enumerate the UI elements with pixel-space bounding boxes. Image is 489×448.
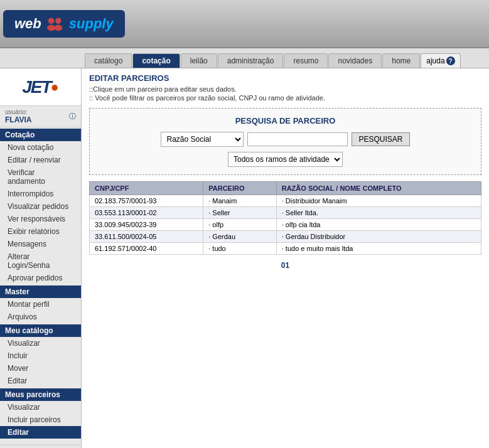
table-row[interactable]: 02.183.757/0001-93 · Manaim · Distribuid… <box>90 195 481 207</box>
tab-administracao[interactable]: administração <box>218 53 284 68</box>
sidebar-logo: JET ● <box>0 68 81 106</box>
cell-parceiro: · Manaim <box>203 195 277 207</box>
search-filter-select[interactable]: Razão Social CNPJ Ramo de Atividade <box>161 132 244 147</box>
cell-parceiro: · Seller <box>203 207 277 219</box>
header: web supply <box>0 0 489 48</box>
page-desc2: :: Você pode filtrar os parceiros por ra… <box>89 94 481 102</box>
sidebar: JET ● usuário: FLAVIA ⓘ Cotação Nova cot… <box>0 68 82 448</box>
search-input[interactable] <box>247 132 348 146</box>
cell-cnpj: 02.183.757/0001-93 <box>90 195 203 207</box>
search-container: PESQUISA DE PARCEIRO Razão Social CNPJ R… <box>89 108 481 175</box>
help-icon: ? <box>446 56 455 65</box>
section-meus-parceiros: Meus parceiros <box>0 388 81 401</box>
svg-point-0 <box>48 18 55 24</box>
cell-cnpj: 33.009.945/0023-39 <box>90 219 203 231</box>
cell-cnpj: 61.192.571/0002-40 <box>90 243 203 255</box>
user-section: usuário: FLAVIA ⓘ <box>0 106 81 127</box>
info-icon[interactable]: ⓘ <box>69 112 76 121</box>
logo-supply-text: supply <box>69 16 114 32</box>
sidebar-item-nova-cotacao[interactable]: Nova cotação <box>0 141 81 154</box>
tab-leilao[interactable]: leilão <box>181 53 217 68</box>
sidebar-item-alterar-login[interactable]: Alterar Login/Senha <box>0 250 81 272</box>
sidebar-item-arquivos[interactable]: Arquivos <box>0 311 81 323</box>
ajuda-label: ajuda <box>426 56 444 65</box>
main-layout: JET ● usuário: FLAVIA ⓘ Cotação Nova cot… <box>0 68 489 448</box>
col-cnpj: CNPJ/CPF <box>90 182 203 195</box>
logo-box: web supply <box>3 10 125 38</box>
user-label: usuário: <box>5 109 31 115</box>
tab-resumo[interactable]: resumo <box>284 53 328 68</box>
table-row[interactable]: 03.553.113/0001-02 · Seller · Seller ltd… <box>90 207 481 219</box>
sidebar-item-visualizar-parceiros[interactable]: Visualizar <box>0 401 81 413</box>
tab-novidades[interactable]: novidades <box>328 53 382 68</box>
sidebar-item-incluir-catalogo[interactable]: Incluir <box>0 349 81 362</box>
table-row[interactable]: 33.009.945/0023-39 · olfp · olfp cia ltd… <box>90 219 481 231</box>
tab-cotacao[interactable]: cotação <box>132 53 180 68</box>
sidebar-item-exibir-relatorios[interactable]: Exibir relatórios <box>0 225 81 238</box>
sidebar-item-visualizar-pedidos[interactable]: Visualizar pedidos <box>0 200 81 213</box>
cell-cnpj: 03.553.113/0001-02 <box>90 207 203 219</box>
nav-tabs: catálogo cotação leilão administração re… <box>0 48 489 68</box>
sidebar-item-editar-reenviar[interactable]: Editar / reenviar <box>0 154 81 166</box>
logo-people-icon <box>45 15 65 33</box>
cell-parceiro: · olfp <box>203 219 277 231</box>
section-cotacao: Cotação <box>0 129 81 141</box>
sidebar-item-visualizar-catalogo[interactable]: Visualizar <box>0 337 81 349</box>
sidebar-item-aprovar-pedidos[interactable]: Aprovar pedidos <box>0 272 81 284</box>
activity-filter-select[interactable]: Todos os ramos de atividade <box>228 152 343 167</box>
sidebar-item-ver-responsaveis[interactable]: Ver responsáveis <box>0 213 81 225</box>
sidebar-item-editar-catalogo[interactable]: Editar <box>0 375 81 387</box>
svg-point-2 <box>55 18 62 24</box>
svg-point-3 <box>54 24 62 31</box>
tab-ajuda[interactable]: ajuda ? <box>421 53 460 68</box>
search-row: Razão Social CNPJ Ramo de Atividade PESQ… <box>97 132 473 147</box>
content-area: EDITAR PARCEIROS ::Clique em um parceiro… <box>82 68 489 448</box>
table-row[interactable]: 61.192.571/0002-40 · tudo · tudo e muito… <box>90 243 481 255</box>
search-button[interactable]: PESQUISAR <box>352 132 409 146</box>
jet-logo-text: JET <box>22 77 50 97</box>
cell-parceiro: · tudo <box>203 243 277 255</box>
cell-razao: · tudo e muito mais ltda <box>276 243 481 255</box>
results-table: CNPJ/CPF PARCEIRO RAZÃO SOCIAL / NOME CO… <box>89 181 481 255</box>
table-body: 02.183.757/0001-93 · Manaim · Distribuid… <box>90 195 481 255</box>
sidebar-item-mensagens[interactable]: Mensagens <box>0 238 81 250</box>
search-title: PESQUISA DE PARCEIRO <box>97 116 473 125</box>
sidebar-item-mover-catalogo[interactable]: Mover <box>0 362 81 375</box>
cell-cnpj: 33.611.500/0024-05 <box>90 231 203 243</box>
cell-razao: · Gerdau Distribuidor <box>276 231 481 243</box>
filter-row: Todos os ramos de atividade <box>97 152 473 167</box>
logo-web-text: web <box>14 16 41 32</box>
cell-razao: · Distribuidor Manaim <box>276 195 481 207</box>
pagination: 01 <box>89 261 481 270</box>
col-razao: RAZÃO SOCIAL / NOME COMPLETO <box>276 182 481 195</box>
cell-parceiro: · Gerdau <box>203 231 277 243</box>
sidebar-item-interrompidos[interactable]: Interrompidos <box>0 188 81 200</box>
sidebar-item-montar-perfil[interactable]: Montar perfil <box>0 298 81 311</box>
section-meu-catalogo: Meu catálogo <box>0 324 81 337</box>
table-row[interactable]: 33.611.500/0024-05 · Gerdau · Gerdau Dis… <box>90 231 481 243</box>
user-name: FLAVIA <box>5 115 31 124</box>
sidebar-item-verificar-andamento[interactable]: Verificar andamento <box>0 166 81 188</box>
jet-dot-icon: ● <box>51 79 59 95</box>
section-master: Master <box>0 285 81 298</box>
page-title: EDITAR PARCEIROS <box>89 73 481 83</box>
col-parceiro: PARCEIRO <box>203 182 277 195</box>
cell-razao: · olfp cia ltda <box>276 219 481 231</box>
tab-catalogo[interactable]: catálogo <box>85 53 132 68</box>
tab-home[interactable]: home <box>382 53 420 68</box>
page-desc1: ::Clique em um parceiro para editar seus… <box>89 85 481 93</box>
cell-razao: · Seller ltda. <box>276 207 481 219</box>
svg-point-1 <box>47 24 55 31</box>
sidebar-item-editar-parceiros[interactable]: Editar <box>0 426 81 439</box>
sidebar-item-incluir-parceiros[interactable]: Incluir parceiros <box>0 413 81 426</box>
